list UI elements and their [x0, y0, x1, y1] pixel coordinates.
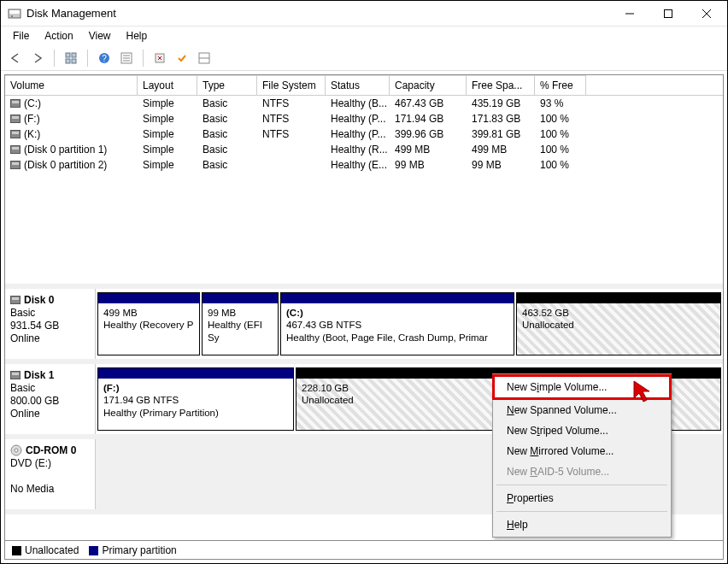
volume-list-header: Volume Layout Type File System Status Ca… [5, 75, 723, 96]
content: Volume Layout Type File System Status Ca… [4, 74, 724, 560]
volume-list[interactable]: Volume Layout Type File System Status Ca… [5, 75, 723, 289]
legend-unallocated: Unallocated [12, 544, 79, 556]
menu-view[interactable]: View [82, 28, 118, 44]
toolbar: ? [1, 45, 727, 71]
app-icon [8, 7, 21, 21]
forward-button[interactable] [28, 49, 47, 68]
svg-point-21 [15, 449, 18, 452]
help-icon: ? [98, 52, 110, 64]
col-status[interactable]: Status [326, 75, 390, 95]
refresh-button[interactable] [150, 49, 169, 68]
table-row[interactable]: (Disk 0 partition 2) SimpleBasic Healthy… [5, 157, 723, 173]
menu-file[interactable]: File [6, 28, 36, 44]
grid-icon [65, 52, 77, 64]
volume-icon [10, 130, 21, 138]
legend-primary: Primary partition [89, 544, 176, 556]
disk-info-0[interactable]: Disk 0 Basic 931.54 GB Online [5, 289, 96, 359]
cursor-icon [632, 379, 656, 403]
table-row[interactable]: (C:) SimpleBasicNTFS Healthy (B...467.43… [5, 96, 723, 111]
minimize-icon [625, 9, 634, 18]
rescan-button[interactable] [173, 49, 191, 68]
refresh-icon [154, 52, 166, 64]
volume-icon [10, 145, 21, 154]
maximize-icon [664, 9, 672, 18]
col-volume[interactable]: Volume [5, 75, 138, 95]
list-icon [120, 52, 132, 64]
svg-rect-1 [9, 10, 20, 14]
disk-map[interactable]: Disk 0 Basic 931.54 GB Online 499 MBHeal… [5, 289, 723, 540]
partition-unallocated[interactable]: 463.52 GBUnallocated [516, 292, 721, 355]
table-row[interactable]: (F:) SimpleBasicNTFS Healthy (P...171.94… [5, 111, 723, 126]
close-button[interactable] [687, 2, 725, 26]
legend: Unallocated Primary partition [5, 540, 723, 559]
arrow-left-icon [9, 52, 21, 64]
disk-management-window: Disk Management File Action View Help ? [0, 0, 728, 564]
table-row[interactable]: (K:) SimpleBasicNTFS Healthy (P...399.96… [5, 126, 723, 142]
ctxmenu-properties[interactable]: Properties [495, 488, 669, 508]
svg-text:?: ? [102, 54, 107, 63]
cd-icon [10, 444, 22, 456]
ctxmenu-help[interactable]: Help [495, 514, 669, 535]
properties-button[interactable] [117, 49, 136, 68]
svg-rect-4 [664, 9, 672, 17]
svg-rect-7 [66, 53, 70, 57]
col-type[interactable]: Type [197, 75, 257, 95]
back-button[interactable] [6, 49, 25, 68]
svg-point-2 [11, 15, 13, 17]
ctxmenu-label: elp [514, 519, 528, 531]
window-title: Disk Management [26, 7, 610, 20]
disk-info-1[interactable]: Disk 1 Basic 800.00 GB Online [5, 364, 96, 434]
col-filesystem[interactable]: File System [257, 75, 326, 95]
table-row[interactable]: (Disk 0 partition 1) SimpleBasic Healthy… [5, 142, 723, 157]
partition[interactable]: 99 MBHealthy (EFI Sy [202, 292, 279, 355]
close-icon [702, 9, 711, 18]
svg-rect-8 [72, 53, 76, 57]
disk-icon [10, 371, 21, 379]
arrow-right-icon [32, 52, 44, 64]
minimize-button[interactable] [610, 2, 649, 26]
maximize-button[interactable] [649, 2, 687, 26]
partition[interactable]: (C:)467.43 GB NTFSHealthy (Boot, Page Fi… [280, 292, 514, 355]
col-pctfree[interactable]: % Free [535, 75, 586, 95]
menu-help[interactable]: Help [120, 28, 155, 44]
volume-icon [10, 115, 21, 123]
menubar: File Action View Help [1, 26, 727, 45]
settings-button[interactable] [62, 49, 80, 68]
col-layout[interactable]: Layout [138, 75, 197, 95]
titlebar: Disk Management [1, 1, 727, 26]
volume-icon [10, 161, 21, 169]
layout-button[interactable] [195, 49, 214, 68]
ctxmenu-item[interactable]: New Striped Volume... [495, 420, 669, 441]
partition[interactable]: 499 MBHealthy (Recovery P [97, 292, 200, 355]
menu-action[interactable]: Action [38, 28, 79, 44]
ctxmenu-item: New RAID-5 Volume... [495, 461, 669, 482]
col-freespace[interactable]: Free Spa... [467, 75, 535, 95]
svg-rect-9 [66, 59, 70, 63]
panes-icon [198, 52, 210, 64]
partition[interactable]: (F:)171.94 GB NTFSHealthy (Primary Parti… [97, 367, 294, 431]
disk-info-cd[interactable]: CD-ROM 0 DVD (E:) No Media [5, 439, 96, 509]
check-icon [176, 52, 188, 64]
col-capacity[interactable]: Capacity [390, 75, 467, 95]
disk-row-0: Disk 0 Basic 931.54 GB Online 499 MBHeal… [5, 289, 723, 364]
ctxmenu-item[interactable]: New Mirrored Volume... [495, 441, 669, 461]
disk-icon [10, 296, 21, 304]
ctxmenu-label: roperties [514, 492, 554, 504]
svg-rect-10 [72, 59, 76, 63]
volume-icon [10, 99, 21, 108]
help-button[interactable]: ? [95, 49, 114, 68]
